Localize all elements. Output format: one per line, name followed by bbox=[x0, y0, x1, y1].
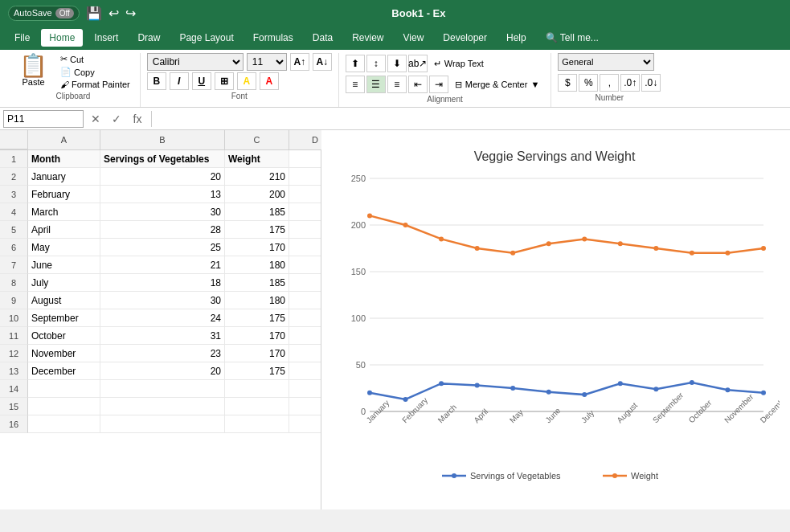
cell-b-14[interactable] bbox=[100, 380, 225, 398]
cell-a-1[interactable]: Month bbox=[28, 150, 100, 168]
merge-center-button[interactable]: ⊟ Merge & Center ▼ bbox=[450, 76, 545, 93]
autosave-toggle[interactable]: AutoSave Off bbox=[8, 6, 80, 21]
cell-c-16[interactable] bbox=[225, 415, 289, 433]
cell-b-4[interactable]: 30 bbox=[100, 203, 225, 221]
cell-c-12[interactable]: 170 bbox=[225, 345, 289, 362]
cell-a-4[interactable]: March bbox=[28, 203, 100, 221]
cell-b-9[interactable]: 30 bbox=[100, 292, 225, 309]
cell-a-14[interactable] bbox=[28, 380, 100, 398]
cell-d-8[interactable] bbox=[289, 274, 321, 292]
number-format-select[interactable]: General bbox=[558, 53, 654, 71]
percent-button[interactable]: % bbox=[579, 74, 598, 92]
cell-b-2[interactable]: 20 bbox=[100, 168, 225, 186]
cell-d-15[interactable] bbox=[289, 398, 321, 415]
grow-font-button[interactable]: A↑ bbox=[290, 53, 309, 71]
cell-a-9[interactable]: August bbox=[28, 292, 100, 309]
menu-help[interactable]: Help bbox=[498, 29, 534, 47]
cell-c-2[interactable]: 210 bbox=[225, 168, 289, 186]
menu-formulas[interactable]: Formulas bbox=[245, 29, 301, 47]
currency-button[interactable]: $ bbox=[558, 74, 577, 92]
borders-button[interactable]: ⊞ bbox=[215, 72, 234, 90]
increase-indent-button[interactable]: ⇥ bbox=[429, 76, 448, 93]
align-top-button[interactable]: ⬆ bbox=[346, 55, 365, 72]
cell-d-5[interactable] bbox=[289, 221, 321, 239]
align-right-button[interactable]: ≡ bbox=[387, 76, 407, 93]
cell-b-6[interactable]: 25 bbox=[100, 239, 225, 256]
align-bottom-button[interactable]: ⬇ bbox=[387, 55, 407, 72]
menu-file[interactable]: File bbox=[6, 29, 38, 47]
cell-d-14[interactable] bbox=[289, 380, 321, 398]
cell-a-10[interactable]: September bbox=[28, 309, 100, 327]
menu-data[interactable]: Data bbox=[305, 29, 341, 47]
confirm-formula-button[interactable]: ✓ bbox=[108, 110, 125, 128]
fill-color-button[interactable]: A bbox=[237, 72, 256, 90]
decrease-indent-button[interactable]: ⇤ bbox=[408, 76, 428, 93]
cell-b-3[interactable]: 13 bbox=[100, 186, 225, 203]
cell-a-6[interactable]: May bbox=[28, 239, 100, 256]
menu-home[interactable]: Home bbox=[41, 29, 83, 47]
comma-button[interactable]: , bbox=[600, 74, 619, 92]
menu-insert[interactable]: Insert bbox=[86, 29, 126, 47]
cell-c-10[interactable]: 175 bbox=[225, 309, 289, 327]
menu-view[interactable]: View bbox=[395, 29, 432, 47]
undo-icon[interactable]: ↩ bbox=[108, 6, 119, 21]
cell-c-14[interactable] bbox=[225, 380, 289, 398]
cell-b-11[interactable]: 31 bbox=[100, 327, 225, 345]
menu-draw[interactable]: Draw bbox=[129, 29, 168, 47]
cell-c-9[interactable]: 180 bbox=[225, 292, 289, 309]
cell-a-5[interactable]: April bbox=[28, 221, 100, 239]
cell-c-1[interactable]: Weight bbox=[225, 150, 289, 168]
cell-c-15[interactable] bbox=[225, 398, 289, 415]
insert-function-button[interactable]: fx bbox=[129, 110, 146, 128]
cell-a-15[interactable] bbox=[28, 398, 100, 415]
menu-page-layout[interactable]: Page Layout bbox=[171, 29, 241, 47]
cell-d-12[interactable] bbox=[289, 345, 321, 362]
cancel-formula-button[interactable]: ✕ bbox=[87, 110, 104, 128]
cell-c-7[interactable]: 180 bbox=[225, 256, 289, 274]
font-size-select[interactable]: 11 bbox=[247, 53, 287, 71]
cell-d-16[interactable] bbox=[289, 415, 321, 433]
cell-c-13[interactable]: 175 bbox=[225, 362, 289, 380]
cell-b-13[interactable]: 20 bbox=[100, 362, 225, 380]
cell-d-9[interactable] bbox=[289, 292, 321, 309]
cell-a-16[interactable] bbox=[28, 415, 100, 433]
cell-reference-box[interactable] bbox=[3, 110, 84, 128]
menu-tell-me[interactable]: 🔍 Tell me... bbox=[538, 29, 607, 47]
cell-c-11[interactable]: 170 bbox=[225, 327, 289, 345]
cell-d-11[interactable] bbox=[289, 327, 321, 345]
cell-c-5[interactable]: 175 bbox=[225, 221, 289, 239]
cell-a-3[interactable]: February bbox=[28, 186, 100, 203]
redo-icon[interactable]: ↪ bbox=[125, 6, 136, 21]
cell-d-10[interactable] bbox=[289, 309, 321, 327]
save-icon[interactable]: 💾 bbox=[86, 6, 102, 21]
merge-dropdown-icon[interactable]: ▼ bbox=[530, 80, 539, 89]
cell-c-4[interactable]: 185 bbox=[225, 203, 289, 221]
cell-b-12[interactable]: 23 bbox=[100, 345, 225, 362]
cell-d-6[interactable] bbox=[289, 239, 321, 256]
cell-a-11[interactable]: October bbox=[28, 327, 100, 345]
cut-button[interactable]: ✂ Cut bbox=[57, 53, 133, 65]
cell-a-7[interactable]: June bbox=[28, 256, 100, 274]
bold-button[interactable]: B bbox=[147, 72, 166, 90]
menu-review[interactable]: Review bbox=[344, 29, 391, 47]
font-family-select[interactable]: Calibri bbox=[147, 53, 244, 71]
wrap-text-button[interactable]: ↵ Wrap Text bbox=[429, 55, 489, 72]
decrease-decimal-button[interactable]: .0↓ bbox=[641, 74, 661, 92]
italic-button[interactable]: I bbox=[170, 72, 189, 90]
align-left-button[interactable]: ≡ bbox=[346, 76, 365, 93]
formula-input[interactable] bbox=[157, 110, 787, 128]
align-center-button[interactable]: ☰ bbox=[366, 76, 386, 93]
orientation-button[interactable]: ab↗ bbox=[408, 55, 428, 72]
cell-d-13[interactable] bbox=[289, 362, 321, 380]
format-painter-button[interactable]: 🖌 Format Painter bbox=[57, 79, 133, 90]
cell-b-7[interactable]: 21 bbox=[100, 256, 225, 274]
underline-button[interactable]: U bbox=[192, 72, 211, 90]
cell-c-8[interactable]: 185 bbox=[225, 274, 289, 292]
shrink-font-button[interactable]: A↓ bbox=[313, 53, 332, 71]
increase-decimal-button[interactable]: .0↑ bbox=[620, 74, 640, 92]
cell-a-12[interactable]: November bbox=[28, 345, 100, 362]
cell-a-2[interactable]: January bbox=[28, 168, 100, 186]
cell-b-8[interactable]: 18 bbox=[100, 274, 225, 292]
cell-b-1[interactable]: Servings of Vegetables bbox=[100, 150, 225, 168]
menu-developer[interactable]: Developer bbox=[435, 29, 495, 47]
